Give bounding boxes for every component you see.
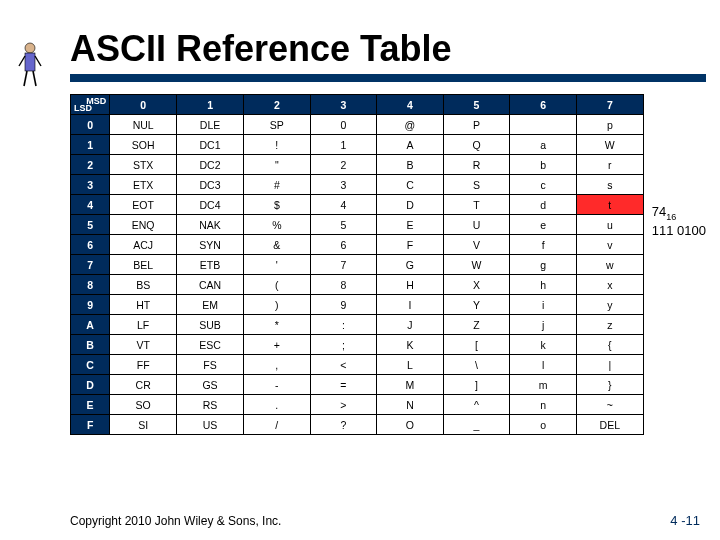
table-cell: NUL [110, 115, 177, 135]
table-cell: > [310, 395, 376, 415]
table-cell: Z [443, 315, 510, 335]
table-cell: ~ [576, 395, 643, 415]
table-cell: I [377, 295, 444, 315]
table-cell: \ [443, 355, 510, 375]
table-cell: G [377, 255, 444, 275]
table-cell: , [243, 355, 310, 375]
row-header: 8 [71, 275, 110, 295]
table-cell: ( [243, 275, 310, 295]
table-cell: / [243, 415, 310, 435]
table-cell: H [377, 275, 444, 295]
table-cell: f [510, 235, 577, 255]
table-cell: DC4 [177, 195, 244, 215]
table-cell: CAN [177, 275, 244, 295]
table-cell: R [443, 155, 510, 175]
table-cell: s [576, 175, 643, 195]
col-header: 7 [576, 95, 643, 115]
table-cell: N [377, 395, 444, 415]
table-cell: DEL [576, 415, 643, 435]
col-header: 4 [377, 95, 444, 115]
table-cell: U [443, 215, 510, 235]
table-cell: - [243, 375, 310, 395]
svg-point-0 [25, 43, 35, 53]
table-cell: ETX [110, 175, 177, 195]
row-header: 6 [71, 235, 110, 255]
table-cell: EM [177, 295, 244, 315]
table-cell: FS [177, 355, 244, 375]
row-header: E [71, 395, 110, 415]
table-cell: DLE [177, 115, 244, 135]
table-cell: C [377, 175, 444, 195]
binary-note: 111 0100 [652, 223, 706, 240]
row-header: 5 [71, 215, 110, 235]
table-cell: v [576, 235, 643, 255]
table-cell: W [443, 255, 510, 275]
row-header: 3 [71, 175, 110, 195]
table-cell: % [243, 215, 310, 235]
copyright-text: Copyright 2010 John Wiley & Sons, Inc. [70, 514, 281, 528]
table-cell: y [576, 295, 643, 315]
table-cell: SYN [177, 235, 244, 255]
table-cell: # [243, 175, 310, 195]
table-cell: ? [310, 415, 376, 435]
table-cell: 1 [310, 135, 376, 155]
table-cell: o [510, 415, 577, 435]
col-header: 2 [243, 95, 310, 115]
col-header: 3 [310, 95, 376, 115]
table-cell: P [443, 115, 510, 135]
table-cell: 8 [310, 275, 376, 295]
ascii-table: MSD LSD 01234567 0NULDLESP0@Pp1SOHDC1!1A… [70, 94, 644, 435]
corner-cell: MSD LSD [71, 95, 110, 115]
table-cell: @ [377, 115, 444, 135]
table-cell: i [510, 295, 577, 315]
table-cell: FF [110, 355, 177, 375]
table-cell: ^ [443, 395, 510, 415]
table-cell: l [510, 355, 577, 375]
table-cell: ' [243, 255, 310, 275]
row-header: 4 [71, 195, 110, 215]
table-cell: e [510, 215, 577, 235]
table-cell: 3 [310, 175, 376, 195]
table-cell: x [576, 275, 643, 295]
table-cell: 9 [310, 295, 376, 315]
table-cell: } [576, 375, 643, 395]
row-header: A [71, 315, 110, 335]
table-cell: A [377, 135, 444, 155]
table-cell: BS [110, 275, 177, 295]
table-cell: : [310, 315, 376, 335]
table-cell: SO [110, 395, 177, 415]
table-cell: VT [110, 335, 177, 355]
table-cell: LF [110, 315, 177, 335]
table-cell: g [510, 255, 577, 275]
table-cell: { [576, 335, 643, 355]
table-cell: * [243, 315, 310, 335]
col-header: 5 [443, 95, 510, 115]
table-cell: & [243, 235, 310, 255]
table-cell: Q [443, 135, 510, 155]
table-cell: ETB [177, 255, 244, 275]
table-cell: 4 [310, 195, 376, 215]
table-cell: DC1 [177, 135, 244, 155]
table-cell: NAK [177, 215, 244, 235]
table-cell: BEL [110, 255, 177, 275]
side-annotations: 7416 111 0100 [652, 94, 706, 240]
table-cell: . [243, 395, 310, 415]
table-cell: L [377, 355, 444, 375]
col-header: 1 [177, 95, 244, 115]
table-cell: 2 [310, 155, 376, 175]
table-cell: DC2 [177, 155, 244, 175]
table-cell: ENQ [110, 215, 177, 235]
table-cell: DC3 [177, 175, 244, 195]
table-cell: d [510, 195, 577, 215]
table-cell: ! [243, 135, 310, 155]
page-number: 4 -11 [670, 513, 700, 528]
table-cell: J [377, 315, 444, 335]
col-header: 0 [110, 95, 177, 115]
table-cell: K [377, 335, 444, 355]
table-cell: STX [110, 155, 177, 175]
table-cell: 5 [310, 215, 376, 235]
table-cell: p [576, 115, 643, 135]
table-cell: HT [110, 295, 177, 315]
table-cell: Y [443, 295, 510, 315]
table-cell: [ [443, 335, 510, 355]
